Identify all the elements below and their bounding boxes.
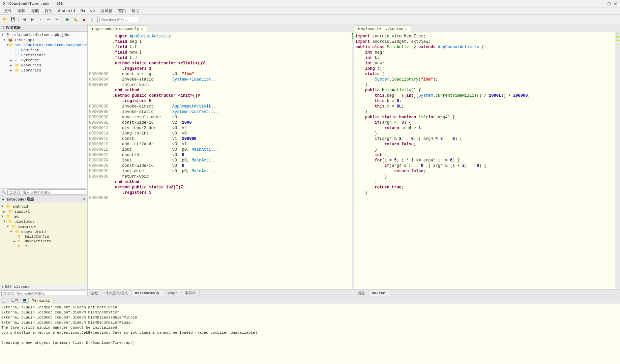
- tab-disassembly[interactable]: Disassembly: [131, 291, 163, 296]
- code-line: int beg;: [354, 50, 615, 55]
- tab-graph[interactable]: Graph: [163, 291, 181, 296]
- tab-bytecode-label: Bytecode/Disassembly: [95, 27, 139, 31]
- code-line: static {: [354, 71, 615, 77]
- menu-edit[interactable]: 编辑: [15, 7, 28, 14]
- tree-item-buildconfig[interactable]: C BuildConfig: [0, 234, 87, 239]
- tree-item-support[interactable]: ▶ 📁 support: [0, 209, 87, 214]
- menu-android[interactable]: Android: [55, 8, 78, 14]
- toolbar: 📂 💾 ◀ ▶ ↑ ↩ ↪ ▶ 🐛 ■ ⤵: [0, 15, 620, 24]
- tree-item-libraries[interactable]: ▶ 📁 Libraries: [0, 68, 87, 73]
- right-panel: ● MainActivity/Source ✕ import android.v…: [354, 24, 620, 297]
- tab-desc[interactable]: 描述: [88, 290, 102, 296]
- code-line: 00000006invoke-static System->currentT..…: [88, 109, 352, 115]
- toolbar-btn-open[interactable]: 📂: [1, 16, 9, 23]
- tab-hex[interactable]: 十六进制框式: [102, 290, 131, 296]
- tab-desc-right[interactable]: 描述: [354, 290, 368, 296]
- tab-bytecode-close[interactable]: ✕: [141, 27, 143, 31]
- tab-main-source[interactable]: ● MainActivity/Source ✕: [354, 25, 411, 32]
- terminal-line: External plugin loaded: com.pnf.diemvm.D…: [1, 310, 619, 315]
- tree-arrow-resources: ▶: [10, 63, 15, 67]
- menu-native[interactable]: Native: [78, 8, 97, 14]
- tree-item-easyandroid[interactable]: ▼ 📁 easyandroid: [0, 229, 87, 234]
- icon-bluelotus: 📁: [8, 219, 13, 224]
- tree-arrow-apk: ▼: [3, 38, 8, 42]
- menu-file[interactable]: 文件: [1, 7, 15, 14]
- code-line: }: [354, 109, 615, 115]
- tree-icon-apk: 📦: [8, 38, 13, 42]
- menu-window[interactable]: 窗口: [115, 7, 129, 14]
- tab-terminal[interactable]: Terminal: [28, 298, 54, 304]
- terminal-line: [1, 335, 619, 340]
- tree-item-net[interactable]: ▼ 📁 net: [0, 214, 87, 219]
- tab-log[interactable]: 日志: [7, 297, 22, 304]
- code-line: .registers 5: [88, 190, 352, 195]
- omnibox-input[interactable]: [99, 17, 140, 22]
- arrow-mainactivity: ▶: [13, 239, 18, 243]
- label-r: R: [25, 244, 27, 248]
- close-button[interactable]: ✕: [613, 1, 617, 6]
- code-line: if(arg4 % i == 0 || arg4 % (i + 2) == 0)…: [354, 163, 615, 169]
- toolbar-btn-forward[interactable]: ▶: [29, 16, 36, 23]
- tree-item-android[interactable]: ▼ 📁 android: [0, 204, 87, 209]
- toolbar-btn-stop[interactable]: ■: [80, 16, 88, 23]
- code-line: public class MainActivity extends AppCom…: [354, 44, 615, 50]
- arrow-support: ▶: [3, 210, 8, 214]
- maximize-button[interactable]: □: [608, 1, 611, 6]
- icon-easyandroid: 📁: [15, 230, 20, 234]
- tree-item-apk[interactable]: ▼ 📦 Timer.apk: [0, 37, 87, 42]
- menu-action[interactable]: 行为: [42, 7, 55, 14]
- tab-strings[interactable]: 字符串: [181, 290, 200, 296]
- project-filter-input[interactable]: [7, 189, 86, 195]
- minimize-button[interactable]: ─: [602, 1, 605, 6]
- code-line: }: [354, 174, 615, 179]
- green-marker-col: [352, 32, 354, 289]
- tree-item-cert[interactable]: 📄 Certificate: [0, 53, 87, 58]
- toolbar-btn-run[interactable]: ▶: [64, 16, 71, 23]
- center-tab-bar: ● Bytecode/Disassembly ✕: [88, 24, 354, 32]
- source-code[interactable]: import android.view.MenuItem; import and…: [354, 32, 615, 289]
- code-line: 0000001Eiput v0, p0, MainActi...: [88, 147, 352, 152]
- gl-mark: [352, 38, 353, 39]
- toolbar-btn-back[interactable]: ◀: [21, 16, 28, 23]
- code-line: if(arg4 <= 3) {: [354, 120, 615, 125]
- menu-help[interactable]: 帮助: [129, 7, 142, 14]
- tree-item-bluelotus[interactable]: ▼ 📁 bluelotus: [0, 219, 87, 224]
- tree-item-resources[interactable]: ▶ 📁 Resources: [0, 63, 87, 68]
- tree-item-mainactivity[interactable]: ▶ C MainActivity: [0, 239, 87, 244]
- tree-icon-bytecode: ☕: [15, 58, 20, 62]
- tree-item-bytecode[interactable]: ▶ ☕ Bytecode: [0, 58, 87, 63]
- code-line: 0000000Areturn-void: [88, 82, 352, 88]
- tree-item-db[interactable]: ▼ 🗄 D:\Download\Timer.apk.jdb2: [0, 32, 87, 37]
- tree-item-pkg[interactable]: ▼ 📁 net.bluelotus.tomorrow.easyandroid: [0, 42, 87, 48]
- tab-bytecode-icon: ●: [91, 27, 94, 31]
- tree-label-libraries: Libraries: [21, 68, 41, 72]
- toolbar-btn-debug[interactable]: 🐛: [72, 16, 80, 23]
- code-line: public MainActivity() {: [354, 88, 615, 93]
- menu-navigate[interactable]: 导航: [28, 7, 42, 14]
- bytecode-filter-input[interactable]: [1, 291, 86, 296]
- code-line: System.loadLibrary("lhm");: [354, 77, 615, 82]
- toolbar-btn-undo[interactable]: ↩: [45, 16, 52, 23]
- terminal-line: Creating a new project (primary file: D:…: [1, 340, 619, 345]
- tab-source-close[interactable]: ✕: [405, 27, 407, 31]
- bytecode-code[interactable]: .super AppCompatActivity .field beg:I .f…: [88, 32, 352, 289]
- arrow-net: ▼: [1, 215, 6, 218]
- tree-item-manifest[interactable]: 📄 Manifest: [0, 48, 87, 53]
- tree-item-tomorrow[interactable]: ▼ 📁 tomorrow: [0, 224, 87, 229]
- code-line: 0000001Cadd-int/2addr v0, v1: [88, 142, 352, 147]
- tree-icon-libraries: 📁: [15, 68, 20, 72]
- toolbar-btn-redo[interactable]: ↪: [53, 16, 60, 23]
- toolbar-btn-save[interactable]: 💾: [9, 16, 17, 23]
- toolbar-btn-step[interactable]: ⤵: [88, 16, 96, 23]
- tab-bytecode-disassembly[interactable]: ● Bytecode/Disassembly ✕: [88, 25, 147, 32]
- code-line: }: [354, 82, 615, 88]
- code-line: if(arg4 % 2 == 0 || arg4 % 3 == 0) {: [354, 136, 615, 142]
- bytecode-panel-close[interactable]: ✕: [83, 197, 85, 201]
- tree-label-apk: Timer.apk: [14, 38, 34, 42]
- code-line: .field k:I: [88, 44, 352, 50]
- tree-item-r[interactable]: C R: [0, 244, 87, 248]
- menu-bar: 文件 编辑 导航 行为 Android Native 调试器 窗口 帮助: [0, 7, 620, 15]
- menu-debugger[interactable]: 调试器: [98, 7, 115, 14]
- toolbar-btn-up[interactable]: ↑: [37, 16, 44, 23]
- tab-source-right[interactable]: Source: [368, 291, 389, 296]
